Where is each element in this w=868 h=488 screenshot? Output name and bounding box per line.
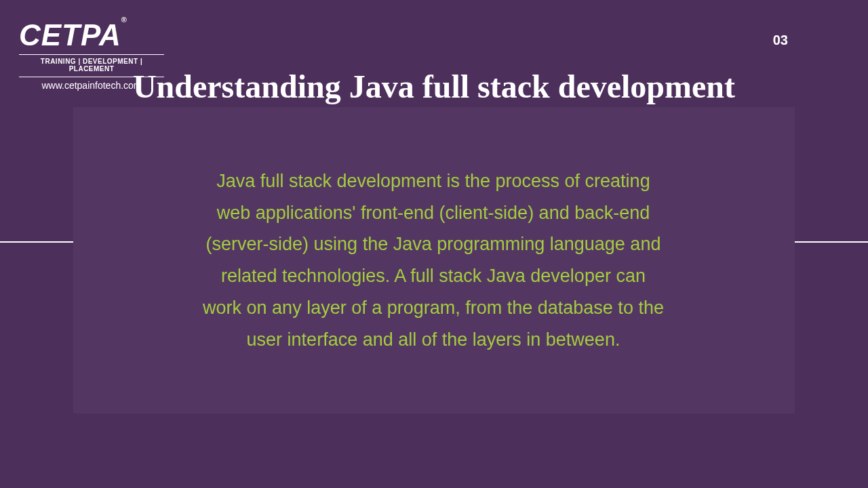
decorative-line-left [0,241,73,243]
slide-body: Java full stack development is the proce… [199,165,667,355]
logo-name: CETPA® [19,20,164,50]
page-number: 03 [773,33,788,48]
decorative-line-right [795,241,868,243]
slide-title: Understanding Java full stack developmen… [0,69,868,105]
logo-text: CETPA [19,18,121,52]
logo-divider [19,54,164,55]
logo-registered: ® [121,16,127,24]
